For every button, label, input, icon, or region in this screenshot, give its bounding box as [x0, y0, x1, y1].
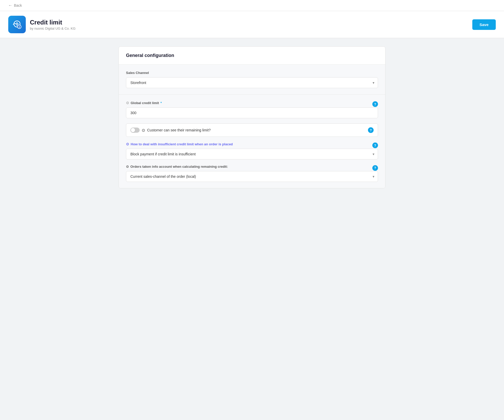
orders-account-select-wrapper: Current sales-channel of the order (loca… [126, 171, 378, 182]
customer-remaining-limit-group: ⊙ Customer can see their remaining limit… [126, 123, 378, 137]
global-credit-limit-input[interactable] [126, 107, 378, 118]
link-icon: ⊙ [126, 101, 129, 105]
page-content: General configuration Sales Channel Stor… [110, 38, 394, 197]
link-icon-3: ⊙ [126, 165, 129, 169]
insufficient-credit-help-icon[interactable]: ? [372, 142, 378, 148]
sales-channel-select[interactable]: Storefront [126, 77, 378, 88]
customer-remaining-limit-toggle-row: ⊙ Customer can see their remaining limit… [126, 123, 378, 137]
app-icon: $ [8, 16, 26, 33]
svg-text:$: $ [19, 26, 20, 28]
customer-remaining-limit-help-icon[interactable]: ? [368, 127, 374, 133]
app-subtitle: by nuonic Digital UG & Co. KG [30, 27, 75, 30]
link-icon-2: ⊙ [142, 128, 145, 133]
insufficient-credit-select[interactable]: Block payment if credit limit is insuffi… [126, 149, 378, 159]
credit-config-section: ⊙ Global credit limit * ? ⊙ Cu [119, 95, 385, 188]
app-header: $ Credit limit by nuonic Digital UG & Co… [0, 11, 504, 38]
orders-account-label: ⊙ Orders taken info account when calcula… [126, 165, 228, 169]
orders-account-help-icon[interactable]: ? [372, 165, 378, 171]
orders-account-select[interactable]: Current sales-channel of the order (loca… [126, 171, 378, 182]
general-config-title: General configuration [126, 53, 378, 58]
card-body: Sales Channel Storefront ▾ ⊙ Global [119, 65, 385, 188]
sales-channel-label: Sales Channel [126, 71, 378, 75]
app-text-info: Credit limit by nuonic Digital UG & Co. … [30, 19, 75, 30]
app-info: $ Credit limit by nuonic Digital UG & Co… [8, 16, 75, 33]
back-label: Back [14, 3, 22, 7]
back-arrow-icon: ← [8, 3, 12, 8]
general-config-card: General configuration Sales Channel Stor… [119, 46, 385, 188]
app-title: Credit limit [30, 19, 75, 26]
back-link[interactable]: ← Back [8, 3, 22, 8]
insufficient-credit-group: ⊙ How to deal with insufficient credit l… [126, 142, 378, 159]
customer-remaining-limit-toggle[interactable] [130, 128, 140, 133]
save-button[interactable]: Save [472, 19, 496, 30]
customer-remaining-limit-label: Customer can see their remaining limit? [147, 128, 211, 132]
sales-channel-select-wrapper: Storefront ▾ [126, 77, 378, 88]
sales-channel-section: Sales Channel Storefront ▾ [119, 65, 385, 95]
insufficient-credit-label: ⊙ How to deal with insufficient credit l… [126, 142, 233, 146]
global-credit-limit-group: ⊙ Global credit limit * ? [126, 101, 378, 118]
insufficient-credit-select-wrapper: Block payment if credit limit is insuffi… [126, 149, 378, 159]
global-credit-limit-help-icon[interactable]: ? [372, 101, 378, 107]
card-header: General configuration [119, 47, 385, 65]
required-marker: * [161, 101, 162, 105]
top-bar: ← Back [0, 0, 504, 11]
orders-account-group: ⊙ Orders taken info account when calcula… [126, 165, 378, 182]
global-credit-limit-label: ⊙ Global credit limit * [126, 101, 162, 105]
link-icon-blue: ⊙ [126, 142, 129, 146]
